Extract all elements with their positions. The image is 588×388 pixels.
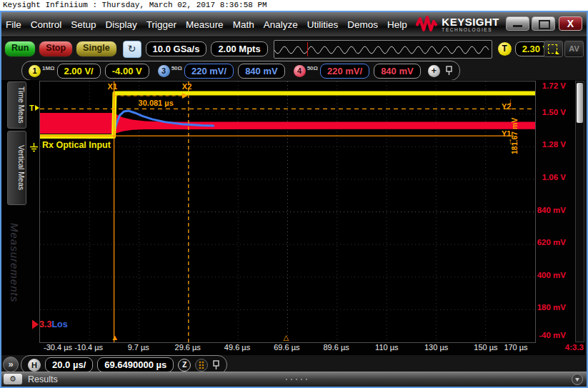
zoom-select-button[interactable]	[544, 41, 563, 57]
close-button[interactable]: X	[559, 16, 582, 31]
channel4-scale[interactable]: 220 mV/	[320, 64, 369, 79]
minimize-icon	[513, 25, 522, 27]
waveform-display[interactable]: T Rx Optical Input X1 X2 30.081 µs Y2 Y1…	[39, 81, 536, 343]
delta-x-value: 30.081 µs	[139, 99, 174, 107]
trigger-time-marker[interactable]: ▲	[111, 333, 119, 342]
scrollbar-thumb[interactable]	[577, 83, 583, 123]
brand-name: KEYSIGHT	[442, 16, 499, 27]
x-tick-label: 150 µs	[474, 343, 497, 352]
x-tick-label: -30.4 µs	[44, 343, 72, 352]
menu-item-setup[interactable]: Setup	[71, 19, 96, 30]
timebase-position-value[interactable]: 69.6490000 µs	[97, 357, 174, 372]
memory-depth-value[interactable]: 2.00 Mpts	[211, 41, 267, 56]
acquisition-preview[interactable]	[274, 40, 492, 59]
measurements-watermark: Measurements	[9, 223, 21, 348]
stop-button[interactable]: Stop	[39, 41, 73, 57]
add-channel-button[interactable]: +	[428, 65, 440, 77]
menu-item-measure[interactable]: Measure	[186, 19, 224, 30]
channel3-scale[interactable]: 220 mV/	[184, 64, 234, 79]
touch-icon[interactable]: ↻	[123, 41, 141, 58]
trigger-icon[interactable]: T	[498, 42, 512, 56]
horizontal-icon[interactable]: H	[28, 359, 41, 372]
los-text: Los	[51, 319, 67, 329]
zoom-icon[interactable]: Z	[178, 359, 191, 372]
y-tick-label: 1.50 V	[536, 108, 566, 116]
waveform-svg[interactable]	[40, 81, 535, 342]
x1-label[interactable]: X1	[108, 82, 117, 91]
menu-item-file[interactable]: File	[6, 19, 21, 30]
results-bar[interactable]: ⚙ Results	[1, 372, 587, 386]
minimize-button[interactable]	[506, 16, 529, 31]
menu-item-display[interactable]: Display	[106, 19, 137, 30]
channel4-impedance: 50Ω	[307, 65, 318, 71]
trigger-level-letter: T	[29, 104, 34, 112]
x-tick-label: 89.6 µs	[323, 343, 349, 352]
y-tick-label: 1.28 V	[536, 140, 566, 149]
scope-app-window: FileControlSetupDisplayTriggerMeasureMat…	[0, 11, 588, 388]
single-button[interactable]: Single	[76, 41, 117, 57]
x-tick-label: 69.6 µs	[274, 343, 299, 352]
menu-item-analyze[interactable]: Analyze	[264, 19, 298, 30]
preview-wave-path	[274, 46, 489, 54]
timebase-ref-marker[interactable]: △	[284, 334, 289, 342]
pin-icon[interactable]	[445, 66, 453, 76]
gear-icon[interactable]: ⚙	[4, 374, 22, 384]
x-tick-label: 49.6 µs	[224, 343, 250, 352]
channel4-button[interactable]: 4	[294, 65, 306, 77]
tab-time-meas[interactable]: Time Meas	[7, 81, 26, 129]
channel3-button[interactable]: 3	[158, 65, 170, 77]
chevron-down-icon	[575, 378, 579, 382]
grid-options-icon[interactable]	[195, 359, 208, 372]
y-tick-label: 1.72 V	[536, 81, 566, 90]
channel1-button[interactable]: 1	[29, 65, 41, 77]
menu-item-help[interactable]: Help	[387, 19, 407, 30]
run-button[interactable]: Run	[4, 41, 36, 57]
delta-y-value: 181.67 mV	[510, 110, 519, 154]
trigger-level-marker[interactable]: T	[29, 104, 39, 112]
y-axis: 1.72 V1.50 V1.28 V1.06 V840 mV620 mV400 …	[536, 81, 567, 342]
sample-rate-value[interactable]: 10.0 GSa/s	[146, 41, 207, 56]
drag-handle-icon[interactable]	[286, 379, 310, 380]
os-title-bar: Keysight Infiniium : Thursday, March 02,…	[0, 0, 588, 11]
rx-optical-input-label: Rx Optical Input	[42, 140, 111, 150]
x-tick-label: 170 µs	[504, 343, 527, 352]
preview-trigger-line	[307, 42, 308, 56]
channel-bar: 1 1MΩ 2.00 V/ -4.00 V 3 50Ω 220 mV/ 840 …	[21, 61, 460, 81]
vertical-scrollbar[interactable]	[575, 81, 584, 342]
expand-panel-button[interactable]: »	[3, 357, 19, 372]
menu-item-math[interactable]: Math	[233, 19, 254, 30]
collapse-results-button[interactable]	[572, 374, 583, 385]
menu-item-control[interactable]: Control	[31, 19, 62, 30]
x2-label[interactable]: X2	[182, 82, 191, 91]
tab-vertical-meas[interactable]: Vertical Meas	[7, 131, 26, 205]
los-flag-icon	[32, 320, 39, 329]
maximize-button[interactable]	[532, 16, 555, 31]
keysight-logo: KEYSIGHT TECHNOLOGIES	[416, 16, 499, 33]
x-tick-label: 9.7 µs	[128, 343, 149, 352]
y-tick-label: 1.06 V	[536, 173, 566, 181]
los-indicator: 3.3 Los	[32, 319, 68, 329]
x-tick-label: 110 µs	[375, 343, 398, 352]
channel-scale-corner-label: 4:3.3	[565, 343, 584, 352]
pin-icon[interactable]	[212, 360, 220, 370]
x-tick-label: -10.4 µs	[74, 343, 103, 352]
channel3-offset[interactable]: 840 mV	[238, 64, 285, 79]
channel1-scale[interactable]: 2.00 V/	[57, 64, 101, 79]
channel1-impedance: 1MΩ	[42, 65, 55, 71]
channel1-offset[interactable]: -4.00 V	[105, 64, 149, 79]
y-tick-label: -40 mV	[536, 331, 566, 339]
channel4-offset[interactable]: 840 mV	[374, 64, 421, 79]
y-tick-label: 840 mV	[536, 206, 566, 214]
timebase-scale-value[interactable]: 20.0 µs/	[45, 357, 93, 372]
menu-item-trigger[interactable]: Trigger	[146, 19, 176, 30]
autoscale-button[interactable]: AV	[564, 41, 584, 57]
x-tick-label: 130 µs	[424, 343, 448, 352]
y-tick-label: 620 mV	[536, 238, 566, 247]
menu-item-demos[interactable]: Demos	[347, 19, 378, 30]
menu-item-utilities[interactable]: Utilities	[307, 19, 339, 30]
x-axis: -30.4 µs-10.4 µs9.7 µs29.6 µs49.6 µs69.6…	[39, 343, 536, 354]
maximize-icon	[539, 20, 550, 29]
results-label: Results	[28, 374, 58, 384]
brand-sub: TECHNOLOGIES	[442, 28, 499, 33]
x-tick-label: 29.6 µs	[175, 343, 201, 352]
